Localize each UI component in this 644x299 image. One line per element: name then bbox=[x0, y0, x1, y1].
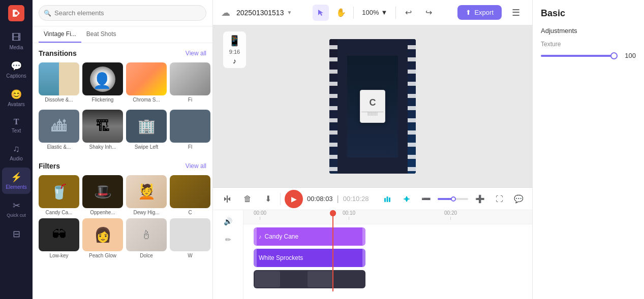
sidebar: 🎞 Media 💬 Captions 😊 Avatars T Text ♫ Au… bbox=[0, 0, 33, 299]
redo-button[interactable]: ↪ bbox=[420, 5, 437, 21]
svg-rect-2 bbox=[384, 198, 386, 202]
download-button[interactable]: ⬇ bbox=[260, 191, 276, 207]
sidebar-item-avatars[interactable]: 😊 Avatars bbox=[2, 85, 30, 111]
sidebar-item-media[interactable]: 🎞 Media bbox=[2, 28, 30, 54]
texture-slider[interactable] bbox=[541, 55, 618, 57]
transition-chroma[interactable]: Chroma S... bbox=[126, 62, 167, 103]
transitions-title: Transitions bbox=[39, 49, 77, 57]
sidebar-audio-label: Audio bbox=[10, 156, 23, 161]
audio-sync-button[interactable] bbox=[380, 191, 395, 207]
filter-oppenheimer[interactable]: 🎩 Oppenhe... bbox=[82, 175, 123, 215]
timeline-zoom-thumb[interactable] bbox=[451, 196, 456, 202]
main-area: ☁ 202501301513 ▼ ✋ 100% ▼ ↩ ↪ ⬆ Export ☰ bbox=[213, 0, 532, 299]
tab-vintage[interactable]: Vintage Fi... bbox=[39, 26, 81, 43]
delete-button[interactable]: 🗑 bbox=[239, 191, 256, 207]
sidebar-item-captions2[interactable]: ⊟ bbox=[2, 224, 30, 244]
texture-value: 100 bbox=[622, 52, 636, 59]
transitions-view-all[interactable]: View all bbox=[186, 50, 206, 57]
track-candy-label: ♪ Candy Cane bbox=[254, 233, 298, 240]
filter-c[interactable]: C bbox=[170, 175, 210, 215]
transition-flickering-label: Flickering bbox=[82, 97, 123, 103]
transition-dissolve-label: Dissolve &... bbox=[39, 97, 79, 103]
playhead-handle[interactable] bbox=[330, 210, 336, 216]
transition-fl[interactable]: Fl bbox=[170, 110, 210, 150]
sidebar-elements-label: Elements bbox=[6, 184, 27, 190]
search-input[interactable] bbox=[39, 5, 206, 21]
sidebar-item-text[interactable]: T Text bbox=[2, 113, 30, 138]
video-thumbnails-track[interactable] bbox=[254, 270, 365, 288]
transition-dissolve[interactable]: Dissolve &... bbox=[39, 62, 79, 103]
elements-icon: ⚡ bbox=[11, 172, 22, 183]
transition-chroma-label: Chroma S... bbox=[126, 97, 167, 103]
video-thumb-2 bbox=[281, 271, 306, 287]
aspect-ratio-selector[interactable]: 📱 9:16 ♪ bbox=[223, 31, 246, 68]
split-tool-button[interactable] bbox=[219, 191, 235, 207]
right-panel: Basic Adjustments Texture 100 bbox=[532, 0, 644, 299]
undo-button[interactable]: ↩ bbox=[400, 5, 416, 21]
align-button[interactable] bbox=[399, 191, 414, 207]
edit-pen-button[interactable]: ✏ bbox=[221, 232, 235, 247]
transition-shaky[interactable]: 🏗 Shaky Inh... bbox=[82, 110, 123, 150]
transition-elastic[interactable]: 🏙 Elastic &... bbox=[39, 110, 79, 150]
total-time: 00:10:28 bbox=[343, 195, 369, 203]
sidebar-item-captions[interactable]: 💬 Captions bbox=[2, 56, 30, 83]
filters-view-all[interactable]: View all bbox=[186, 162, 206, 170]
zoom-in-button[interactable]: ➕ bbox=[472, 191, 487, 207]
filter-peach[interactable]: 👩 Peach Glow bbox=[82, 218, 123, 258]
transition-fl-label: Fl bbox=[170, 144, 210, 150]
filter-dolce[interactable]: 🕯 Dolce bbox=[126, 218, 167, 258]
timeline-zoom-slider[interactable] bbox=[438, 198, 468, 200]
export-button[interactable]: ⬆ Export bbox=[457, 5, 502, 20]
texture-slider-thumb[interactable] bbox=[610, 52, 618, 59]
track-right-handle2[interactable] bbox=[362, 249, 365, 267]
track-left-handle2[interactable] bbox=[254, 249, 257, 267]
captions2-icon: ⊟ bbox=[13, 228, 20, 240]
transition-flickering[interactable]: 👤 Flickering bbox=[82, 62, 123, 103]
filter-w[interactable]: W bbox=[170, 218, 210, 258]
ruler-20: 00:20 bbox=[444, 210, 457, 220]
app-logo bbox=[8, 5, 24, 21]
fullscreen-button[interactable]: ⛶ bbox=[492, 191, 507, 207]
sidebar-item-elements[interactable]: ⚡ Elements bbox=[2, 168, 30, 194]
zoom-control[interactable]: 100% ▼ bbox=[358, 7, 391, 18]
filter-lowkey[interactable]: 🕶 Low-key bbox=[39, 218, 79, 258]
aspect-ratio-label: 9:16 bbox=[229, 49, 240, 55]
audio-icon: ♫ bbox=[13, 144, 20, 154]
track-left-handle[interactable] bbox=[254, 227, 257, 246]
filter-candy[interactable]: 🥤 Candy Ca... bbox=[39, 175, 79, 215]
play-button[interactable]: ▶ bbox=[285, 190, 303, 208]
tab-beat-shots[interactable]: Beat Shots bbox=[81, 26, 121, 43]
track-right-handle[interactable] bbox=[362, 227, 365, 246]
right-panel-title: Basic bbox=[541, 8, 636, 19]
volume-button[interactable]: 🔊 bbox=[221, 214, 235, 228]
playhead[interactable] bbox=[332, 210, 333, 291]
ruler-10: 00:10 bbox=[343, 210, 355, 220]
filter-dewy[interactable]: 💆 Dewy Hig... bbox=[126, 175, 167, 215]
transition-elastic-label: Elastic &... bbox=[39, 144, 79, 150]
transition-fi[interactable]: Fi bbox=[170, 62, 210, 103]
cursor-tool-button[interactable] bbox=[313, 5, 329, 21]
tracks-area: ♪ Candy Cane White Sprockets bbox=[243, 224, 532, 291]
captions-icon: 💬 bbox=[11, 60, 22, 72]
svg-rect-4 bbox=[389, 197, 390, 202]
sidebar-item-quickcut[interactable]: ✂ Quick cut bbox=[2, 196, 30, 222]
zoom-out-button[interactable]: ➖ bbox=[418, 191, 434, 207]
elements-panel: Vintage Fi... Beat Shots Transitions Vie… bbox=[33, 0, 213, 299]
hand-tool-button[interactable]: ✋ bbox=[333, 5, 349, 21]
captions-timeline-button[interactable]: 💬 bbox=[511, 191, 526, 207]
menu-button[interactable]: ☰ bbox=[508, 5, 524, 21]
project-name[interactable]: 202501301513 ▼ bbox=[236, 9, 292, 17]
ruler-0: 00:00 bbox=[254, 210, 266, 220]
video-preview: C ___________ ||||||||||| bbox=[329, 39, 416, 174]
transition-swipeleft-label: Swipe Left bbox=[126, 144, 167, 150]
panel-tabs: Vintage Fi... Beat Shots bbox=[33, 26, 212, 43]
timeline-content: 🔊 ✏ 00:00 00:10 00:20 00:3 bbox=[213, 210, 532, 299]
cloud-save-icon[interactable]: ☁ bbox=[221, 7, 230, 18]
sidebar-item-audio[interactable]: ♫ Audio bbox=[2, 140, 30, 165]
project-chevron-icon: ▼ bbox=[287, 10, 292, 15]
quickcut-icon: ✂ bbox=[13, 200, 20, 211]
track-candy-cane[interactable]: ♪ Candy Cane bbox=[254, 227, 365, 246]
track-white-sprockets[interactable]: White Sprockets bbox=[254, 249, 365, 267]
zoom-chevron-icon: ▼ bbox=[381, 9, 388, 16]
transition-swipeleft[interactable]: 🏢 Swipe Left bbox=[126, 110, 167, 150]
